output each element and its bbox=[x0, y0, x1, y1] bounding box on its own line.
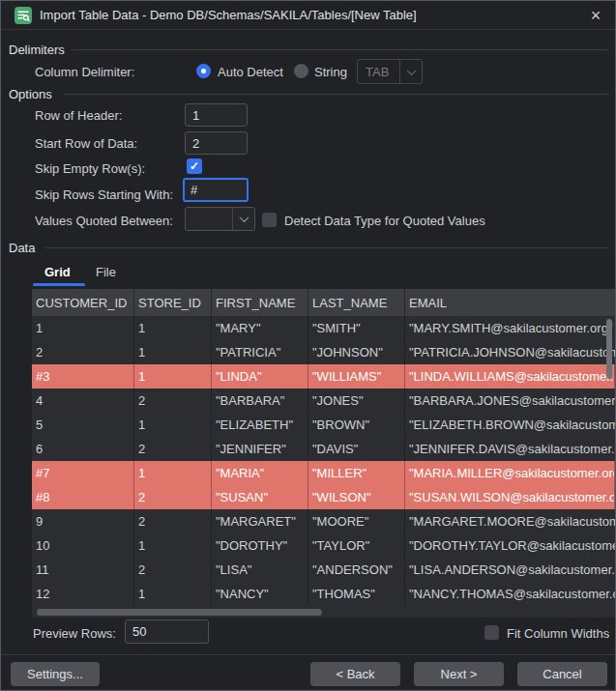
vertical-scrollbar[interactable] bbox=[606, 319, 612, 379]
table-cell[interactable]: "WILSON" bbox=[308, 485, 405, 509]
column-header[interactable]: FIRST_NAME bbox=[212, 289, 308, 316]
table-cell[interactable]: "MARGARET" bbox=[212, 509, 308, 533]
column-header[interactable]: STORE_ID bbox=[134, 289, 212, 316]
table-cell[interactable]: 2 bbox=[134, 509, 212, 533]
chevron-down-icon[interactable] bbox=[233, 208, 254, 230]
skip-rows-starting-with-input[interactable]: # bbox=[183, 178, 249, 202]
table-cell[interactable]: "MOORE" bbox=[308, 509, 405, 533]
auto-detect-radio-label[interactable]: Auto Detect bbox=[218, 65, 283, 79]
table-cell[interactable]: "MARIA" bbox=[212, 461, 308, 485]
table-cell[interactable]: "NANCY" bbox=[212, 582, 308, 606]
table-cell[interactable]: "WILLIAMS" bbox=[308, 364, 405, 389]
table-cell[interactable]: "MARY.SMITH@sakilacustomer.org" bbox=[405, 316, 615, 340]
table-cell[interactable]: "DAVIS" bbox=[308, 437, 405, 461]
table-cell[interactable]: "MARY" bbox=[212, 316, 308, 340]
tab-file[interactable]: File bbox=[96, 265, 116, 279]
table-cell[interactable]: 11 bbox=[32, 558, 134, 582]
tab-grid[interactable]: Grid bbox=[44, 265, 71, 279]
table-cell[interactable]: 5 bbox=[32, 413, 134, 437]
table-cell[interactable]: #7 bbox=[32, 461, 134, 485]
table-cell[interactable]: 9 bbox=[32, 509, 134, 533]
table-row-skipped[interactable]: #71"MARIA""MILLER""MARIA.MILLER@sakilacu… bbox=[32, 461, 615, 485]
table-cell[interactable]: 4 bbox=[32, 389, 134, 413]
table-cell[interactable]: "SMITH" bbox=[308, 316, 405, 340]
string-radio-label[interactable]: String bbox=[314, 65, 347, 79]
chevron-down-icon[interactable] bbox=[400, 60, 422, 83]
table-cell[interactable]: 2 bbox=[134, 437, 212, 461]
preview-rows-input[interactable]: 50 bbox=[125, 619, 209, 644]
table-cell[interactable]: "NANCY.THOMAS@sakilacustomer.org" bbox=[405, 582, 615, 606]
table-cell[interactable]: "JENNIFER.DAVIS@sakilacustomer.org" bbox=[405, 437, 615, 461]
table-cell[interactable]: "JOHNSON" bbox=[308, 340, 405, 364]
table-cell[interactable]: 1 bbox=[134, 364, 212, 389]
table-cell[interactable]: "LISA" bbox=[212, 558, 308, 582]
table-cell[interactable]: 6 bbox=[32, 437, 134, 461]
table-row[interactable]: 11"MARY""SMITH""MARY.SMITH@sakilacustome… bbox=[32, 316, 615, 340]
table-cell[interactable]: "JENNIFER" bbox=[212, 437, 308, 461]
table-cell[interactable]: "LINDA" bbox=[212, 364, 308, 389]
detect-data-type-checkbox[interactable] bbox=[262, 213, 277, 227]
horizontal-scrollbar[interactable] bbox=[37, 609, 322, 616]
table-cell[interactable]: "ELIZABETH" bbox=[212, 413, 308, 437]
table-row[interactable]: 92"MARGARET""MOORE""MARGARET.MOORE@sakil… bbox=[32, 509, 615, 533]
table-cell[interactable]: "MARIA.MILLER@sakilacustomer.org" bbox=[405, 461, 615, 485]
table-cell[interactable]: 1 bbox=[134, 461, 212, 485]
table-cell[interactable]: "LINDA.WILLIAMS@sakilacustomer.org" bbox=[405, 364, 615, 389]
table-cell[interactable]: "SUSAN" bbox=[212, 485, 308, 509]
table-cell[interactable]: 2 bbox=[134, 389, 212, 413]
table-cell[interactable]: "SUSAN.WILSON@sakilacustomer.org" bbox=[405, 485, 615, 509]
cancel-button[interactable]: Cancel bbox=[517, 662, 607, 686]
skip-empty-rows-checkbox[interactable]: ✓ bbox=[187, 158, 202, 174]
table-cell[interactable]: "BROWN" bbox=[308, 413, 405, 437]
table-cell[interactable]: 2 bbox=[134, 558, 212, 582]
table-cell[interactable]: "JONES" bbox=[308, 389, 405, 413]
table-row[interactable]: 121"NANCY""THOMAS""NANCY.THOMAS@sakilacu… bbox=[32, 582, 615, 606]
back-button[interactable]: < Back bbox=[310, 662, 400, 686]
table-cell[interactable]: "BARBARA" bbox=[212, 389, 308, 413]
delimiter-select[interactable]: TAB bbox=[357, 59, 423, 84]
table-cell[interactable]: "PATRICIA" bbox=[212, 340, 308, 364]
table-cell[interactable]: 2 bbox=[32, 340, 134, 364]
column-header[interactable]: CUSTOMER_ID bbox=[32, 289, 134, 316]
table-cell[interactable]: "PATRICIA.JOHNSON@sakilacustomer.org" bbox=[405, 340, 615, 364]
table-cell[interactable]: "TAYLOR" bbox=[308, 533, 405, 558]
column-header[interactable]: LAST_NAME bbox=[308, 289, 405, 316]
table-cell[interactable]: "LISA.ANDERSON@sakilacustomer.org" bbox=[405, 558, 615, 582]
fit-column-widths-checkbox[interactable] bbox=[484, 625, 499, 640]
start-row-of-data-input[interactable]: 2 bbox=[185, 131, 248, 155]
table-cell[interactable]: "MARGARET.MOORE@sakilacustomer.org" bbox=[405, 509, 615, 533]
table-cell[interactable]: #3 bbox=[32, 364, 134, 389]
table-cell[interactable]: 2 bbox=[134, 485, 212, 509]
table-row[interactable]: 101"DOROTHY""TAYLOR""DOROTHY.TAYLOR@saki… bbox=[32, 533, 615, 558]
table-cell[interactable]: 1 bbox=[134, 533, 212, 558]
close-icon[interactable]: × bbox=[584, 4, 607, 27]
table-cell[interactable]: "BARBARA.JONES@sakilacustomer.org" bbox=[405, 389, 615, 413]
table-cell[interactable]: 12 bbox=[32, 582, 134, 606]
settings-button[interactable]: Settings... bbox=[11, 662, 100, 686]
table-cell[interactable]: "DOROTHY" bbox=[212, 533, 308, 558]
table-cell[interactable]: 1 bbox=[134, 316, 212, 340]
table-cell[interactable]: 10 bbox=[32, 533, 134, 558]
table-cell[interactable]: #8 bbox=[32, 485, 134, 509]
auto-detect-radio[interactable] bbox=[196, 64, 211, 78]
table-cell[interactable]: "ANDERSON" bbox=[308, 558, 405, 582]
table-cell[interactable]: 1 bbox=[134, 582, 212, 606]
next-button[interactable]: Next > bbox=[414, 662, 504, 686]
row-of-header-input[interactable]: 1 bbox=[185, 103, 248, 127]
table-cell[interactable]: "MILLER" bbox=[308, 461, 405, 485]
table-row[interactable]: 51"ELIZABETH""BROWN""ELIZABETH.BROWN@sak… bbox=[32, 413, 615, 437]
values-quoted-between-select[interactable] bbox=[185, 207, 255, 231]
table-cell[interactable]: 1 bbox=[134, 340, 212, 364]
column-header[interactable]: EMAIL bbox=[405, 289, 615, 316]
table-row-skipped[interactable]: #82"SUSAN""WILSON""SUSAN.WILSON@sakilacu… bbox=[32, 485, 615, 509]
table-row[interactable]: 21"PATRICIA""JOHNSON""PATRICIA.JOHNSON@s… bbox=[32, 340, 615, 364]
table-cell[interactable]: "DOROTHY.TAYLOR@sakilacustomer.org" bbox=[405, 533, 615, 558]
table-cell[interactable]: 1 bbox=[32, 316, 134, 340]
string-radio[interactable] bbox=[294, 64, 308, 78]
table-cell[interactable]: "ELIZABETH.BROWN@sakilacustomer.org" bbox=[405, 413, 615, 437]
table-cell[interactable]: "THOMAS" bbox=[308, 582, 405, 606]
table-row[interactable]: 42"BARBARA""JONES""BARBARA.JONES@sakilac… bbox=[32, 389, 615, 413]
table-row[interactable]: 62"JENNIFER""DAVIS""JENNIFER.DAVIS@sakil… bbox=[32, 437, 615, 461]
table-row-skipped[interactable]: #31"LINDA""WILLIAMS""LINDA.WILLIAMS@saki… bbox=[32, 364, 615, 389]
table-cell[interactable]: 1 bbox=[134, 413, 212, 437]
